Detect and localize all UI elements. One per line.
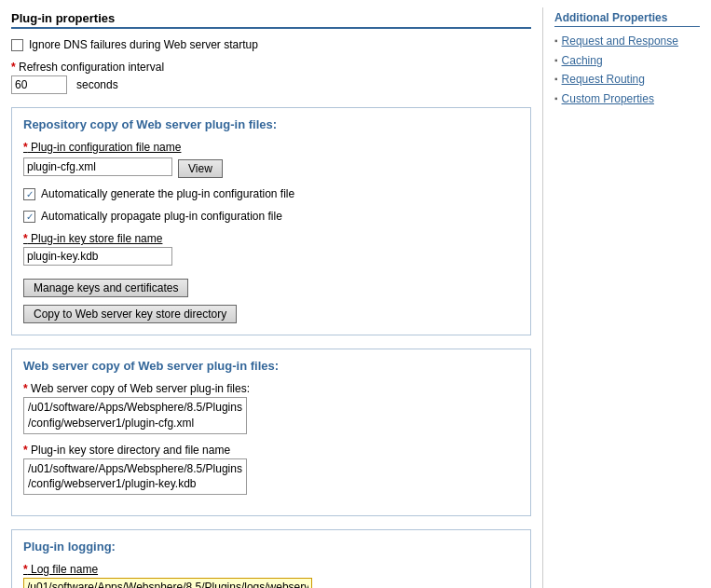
plugin-logging-title: Plug-in logging: (23, 540, 519, 554)
repo-copy-section: Repository copy of Web server plug-in fi… (11, 107, 531, 335)
ignore-dns-row: Ignore DNS failures during Web server st… (11, 38, 531, 51)
auto-propagate-row: Automatically propagate plug-in configur… (23, 210, 519, 223)
bullet-icon-0: ▪ (554, 35, 558, 46)
refresh-interval-group: * Refresh configuration interval seconds (11, 61, 531, 94)
web-server-copy-section: Web server copy of Web server plug-in fi… (11, 349, 531, 516)
bullet-icon-3: ▪ (554, 93, 558, 103)
bullet-icon-2: ▪ (554, 74, 558, 84)
plugin-config-file-input[interactable] (23, 157, 172, 176)
sidebar-link-caching[interactable]: Caching (562, 54, 603, 69)
refresh-interval-row: seconds (11, 75, 531, 94)
auto-generate-row: Automatically generate the plug-in confi… (23, 187, 519, 200)
view-button[interactable]: View (178, 159, 223, 178)
plugin-key-store-label: * Plug-in key store file name (23, 232, 519, 245)
bullet-icon-1: ▪ (554, 55, 558, 65)
ws-key-store-value: /u01/software/Apps/Websphere/8.5/Plugins… (23, 458, 247, 496)
ws-plugin-files-group: * Web server copy of Web server plug-in … (23, 382, 519, 434)
auto-propagate-label: Automatically propagate plug-in configur… (41, 210, 282, 223)
repo-copy-title: Repository copy of Web server plug-in fi… (23, 117, 519, 131)
log-file-label: * Log file name (23, 563, 519, 576)
sidebar-item-custom-properties[interactable]: ▪ Custom Properties (554, 92, 700, 107)
sidebar-link-custom-properties[interactable]: Custom Properties (562, 92, 654, 107)
copy-to-button[interactable]: Copy to Web server key store directory (23, 305, 237, 323)
auto-generate-checkbox[interactable] (23, 188, 35, 200)
seconds-label: seconds (76, 78, 118, 91)
plugin-config-file-group: * Plug-in configuration file name View (23, 141, 519, 178)
refresh-interval-input[interactable] (11, 75, 67, 94)
plugin-logging-section: Plug-in logging: * Log file name Log lev… (11, 529, 531, 588)
page-title: Plug-in properties (11, 11, 115, 25)
key-store-buttons: Manage keys and certificates Copy to Web… (23, 275, 519, 323)
auto-propagate-checkbox[interactable] (23, 211, 35, 223)
ws-key-store-group: * Plug-in key store directory and file n… (23, 444, 519, 496)
ws-plugin-files-value: /u01/software/Apps/Websphere/8.5/Plugins… (23, 397, 247, 434)
refresh-interval-label: * Refresh configuration interval (11, 61, 531, 74)
ws-key-store-label: * Plug-in key store directory and file n… (23, 444, 519, 457)
ws-plugin-files-label: * Web server copy of Web server plug-in … (23, 382, 519, 395)
sidebar-item-caching[interactable]: ▪ Caching (554, 54, 700, 69)
sidebar-link-request-routing[interactable]: Request Routing (562, 73, 645, 88)
sidebar-link-request-response[interactable]: Request and Response (562, 34, 678, 49)
plugin-config-file-row: View (23, 156, 519, 178)
manage-keys-button[interactable]: Manage keys and certificates (23, 279, 188, 297)
sidebar: Additional Properties ▪ Request and Resp… (543, 7, 711, 588)
plugin-key-store-group: * Plug-in key store file name (23, 232, 519, 266)
log-file-group: * Log file name (23, 563, 519, 588)
sidebar-title: Additional Properties (554, 11, 700, 27)
plugin-key-store-input[interactable] (23, 247, 172, 266)
page-title-bar: Plug-in properties (11, 11, 531, 29)
auto-generate-label: Automatically generate the plug-in confi… (41, 187, 294, 200)
sidebar-item-request-response[interactable]: ▪ Request and Response (554, 34, 700, 49)
sidebar-item-request-routing[interactable]: ▪ Request Routing (554, 73, 700, 88)
web-server-copy-title: Web server copy of Web server plug-in fi… (23, 359, 519, 373)
ignore-dns-checkbox[interactable] (11, 39, 23, 51)
plugin-config-file-label: * Plug-in configuration file name (23, 141, 519, 154)
log-file-input[interactable] (23, 578, 312, 588)
ignore-dns-label: Ignore DNS failures during Web server st… (29, 38, 258, 51)
